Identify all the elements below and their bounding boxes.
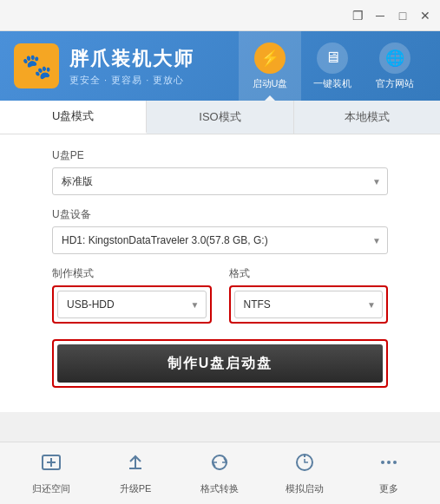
upgrade-icon [124,451,147,479]
toolbar-format-label: 格式转换 [200,482,239,495]
app-subtitle: 更安全 · 更容易 · 更放心 [69,74,194,87]
pe-section: U盘PE 标准版 ▼ [52,148,388,195]
make-button-wrapper: 制作U盘启动盘 [52,339,388,388]
svg-point-7 [381,461,384,464]
app-name: 胖爪装机大师 [69,46,194,72]
header: 🐾 胖爪装机大师 更安全 · 更容易 · 更放心 ⚡ 启动U盘 🖥 一键装机 🌐… [0,31,440,101]
title-bar-controls: ❐ ─ □ ✕ [350,8,433,23]
tab-local[interactable]: 本地模式 [294,101,440,134]
format-convert-icon [208,451,231,479]
toolbar-restore-label: 归还空间 [32,482,70,495]
nav-item-onekey[interactable]: 🖥 一键装机 [301,31,364,101]
pe-label: U盘PE [52,148,388,163]
format-label: 格式 [229,266,389,281]
nav-item-official[interactable]: 🌐 官方网站 [364,31,426,101]
tab-iso[interactable]: ISO模式 [147,101,293,134]
more-icon [378,451,400,479]
tab-umode[interactable]: U盘模式 [0,101,147,134]
restore-space-icon [40,451,62,479]
pe-select[interactable]: 标准版 [52,167,388,195]
onekey-icon: 🖥 [317,43,348,74]
format-select-wrapper: NTFS FAT32 exFAT ▼ [234,291,384,318]
bottom-toolbar: 归还空间 升级PE 格式转换 [0,442,440,504]
svg-point-8 [387,461,391,464]
nav-icons: ⚡ 启动U盘 🖥 一键装机 🌐 官方网站 [239,31,426,101]
mode-select[interactable]: USB-HDD USB-ZIP USB-FDD [57,291,207,318]
logo-area: 🐾 胖爪装机大师 更安全 · 更容易 · 更放心 [14,43,239,88]
toolbar-more[interactable]: 更多 [363,451,415,495]
maximize-btn[interactable]: □ [395,8,410,23]
toolbar-simulate-label: 模拟启动 [286,482,324,495]
mode-select-wrapper: USB-HDD USB-ZIP USB-FDD ▼ [57,291,207,318]
nav-label-onekey: 一键装机 [313,77,351,90]
device-select-wrapper: HD1: KingstonDataTraveler 3.0(57.8 GB, G… [52,226,388,254]
logo-icon: 🐾 [14,43,59,88]
svg-point-9 [393,461,397,464]
mode-highlight-box: USB-HDD USB-ZIP USB-FDD ▼ [52,285,212,324]
toolbar-restore[interactable]: 归还空间 [25,451,77,495]
close-btn[interactable]: ✕ [417,8,433,23]
pe-select-wrapper: 标准版 ▼ [52,167,388,195]
simulate-icon [293,451,316,479]
toolbar-simulate[interactable]: 模拟启动 [279,451,331,495]
device-label: U盘设备 [52,207,388,222]
restore-btn[interactable]: ❐ [350,8,365,23]
logo-text: 胖爪装机大师 更安全 · 更容易 · 更放心 [69,46,194,87]
make-button[interactable]: 制作U盘启动盘 [57,344,383,383]
usb-icon: ⚡ [254,43,286,74]
content-area: U盘PE 标准版 ▼ U盘设备 HD1: KingstonDataTravele… [0,134,440,412]
toolbar-more-label: 更多 [379,482,398,495]
device-section: U盘设备 HD1: KingstonDataTraveler 3.0(57.8 … [52,207,388,254]
nav-item-usb[interactable]: ⚡ 启动U盘 [239,31,301,101]
format-highlight-box: NTFS FAT32 exFAT ▼ [229,285,389,324]
mode-col: 制作模式 USB-HDD USB-ZIP USB-FDD ▼ [52,266,212,324]
toolbar-format[interactable]: 格式转换 [194,451,246,495]
toolbar-upgrade[interactable]: 升级PE [109,451,161,495]
format-select[interactable]: NTFS FAT32 exFAT [234,291,384,318]
title-bar: ❐ ─ □ ✕ [0,0,440,31]
mode-label: 制作模式 [52,266,212,281]
device-select[interactable]: HD1: KingstonDataTraveler 3.0(57.8 GB, G… [52,226,388,254]
nav-label-official: 官方网站 [376,77,414,90]
nav-label-usb: 启动U盘 [253,77,288,90]
mode-format-row: 制作模式 USB-HDD USB-ZIP USB-FDD ▼ 格式 NTFS [52,266,388,324]
format-col: 格式 NTFS FAT32 exFAT ▼ [229,266,389,324]
official-icon: 🌐 [379,43,410,74]
toolbar-upgrade-label: 升级PE [120,482,152,495]
minimize-btn[interactable]: ─ [372,8,388,23]
tabs: U盘模式 ISO模式 本地模式 [0,101,440,134]
